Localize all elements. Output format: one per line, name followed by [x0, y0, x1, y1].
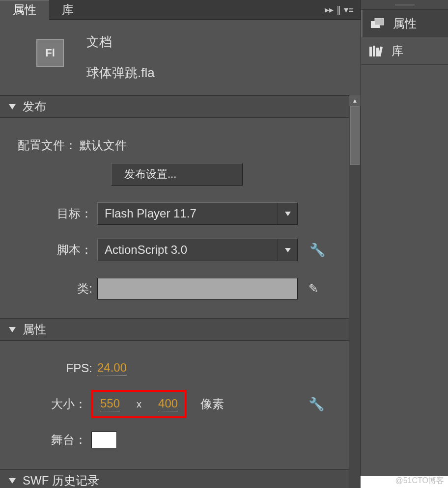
profile-value: 默认文件 — [80, 137, 127, 153]
library-icon — [369, 45, 384, 57]
scroll-up-icon[interactable]: ▲ — [349, 95, 361, 106]
size-unit: 像素 — [200, 396, 224, 412]
svg-rect-5 — [376, 48, 379, 56]
chevron-down-icon — [278, 203, 297, 224]
panel-menu-icon[interactable]: ▾≡ — [344, 4, 354, 15]
pencil-icon[interactable]: ✎ — [308, 282, 318, 296]
size-separator: x — [137, 399, 141, 410]
fps-value[interactable]: 24.00 — [97, 361, 127, 376]
section-properties-header[interactable]: 属性 — [0, 318, 349, 341]
vertical-scrollbar[interactable]: ▲ — [349, 95, 361, 488]
document-header: Fl 文档 球体弹跳.fla — [0, 20, 361, 95]
chevron-down-icon — [9, 478, 16, 484]
class-label: 类: — [18, 281, 97, 297]
stage-color-swatch[interactable] — [91, 432, 117, 448]
svg-rect-3 — [369, 47, 372, 56]
script-value: ActionScript 3.0 — [98, 243, 278, 257]
target-dropdown[interactable]: Flash Player 11.7 — [97, 202, 298, 225]
section-publish-header[interactable]: 发布 — [0, 95, 349, 118]
target-label: 目标： — [18, 206, 97, 221]
svg-rect-4 — [373, 46, 375, 56]
size-highlight-box: 550 x 400 — [91, 390, 187, 418]
wrench-icon[interactable]: 🔧 — [309, 243, 325, 258]
target-value: Flash Player 11.7 — [98, 207, 278, 220]
publish-settings-button[interactable]: 发布设置... — [111, 163, 243, 186]
panel-tabs: 属性 库 ▸▸ ‖ ▾≡ — [0, 0, 361, 20]
size-label: 大小： — [18, 396, 91, 412]
stage-label: 舞台： — [18, 432, 91, 448]
watermark: @51CTO博客 — [395, 476, 444, 486]
fps-label: FPS: — [18, 361, 97, 375]
sidebar-library-label: 库 — [392, 43, 403, 59]
tab-library[interactable]: 库 — [49, 0, 86, 20]
section-publish-title: 发布 — [23, 99, 46, 114]
document-type-label: 文档 — [86, 33, 155, 51]
svg-rect-2 — [375, 18, 384, 25]
profile-label: 配置文件： — [18, 137, 77, 153]
scrollbar-thumb[interactable] — [350, 106, 360, 165]
flash-document-icon: Fl — [36, 39, 64, 67]
chevron-down-icon — [9, 327, 16, 332]
divider-icon: ‖ — [336, 4, 341, 15]
script-label: 脚本： — [18, 242, 97, 258]
height-value[interactable]: 400 — [158, 397, 178, 411]
section-properties-title: 属性 — [23, 322, 46, 337]
script-dropdown[interactable]: ActionScript 3.0 — [97, 239, 298, 261]
sidebar-properties-label: 属性 — [393, 16, 417, 31]
width-value[interactable]: 550 — [100, 397, 120, 411]
chevron-down-icon — [278, 239, 297, 261]
section-swf-history-title: SWF 历史记录 — [23, 473, 99, 488]
chevron-down-icon — [9, 104, 16, 109]
properties-icon — [370, 18, 385, 29]
tab-properties[interactable]: 属性 — [0, 0, 49, 20]
sidebar-item-properties[interactable]: 属性 — [361, 10, 448, 37]
document-filename: 球体弹跳.fla — [86, 64, 155, 81]
wrench-icon[interactable]: 🔧 — [308, 397, 324, 412]
sidebar-item-library[interactable]: 库 — [361, 37, 448, 65]
panel-grip[interactable] — [361, 0, 448, 10]
svg-rect-6 — [378, 46, 383, 56]
class-input[interactable] — [97, 278, 298, 299]
fast-forward-icon[interactable]: ▸▸ — [325, 4, 334, 15]
section-swf-history-header[interactable]: SWF 历史记录 — [0, 469, 349, 488]
